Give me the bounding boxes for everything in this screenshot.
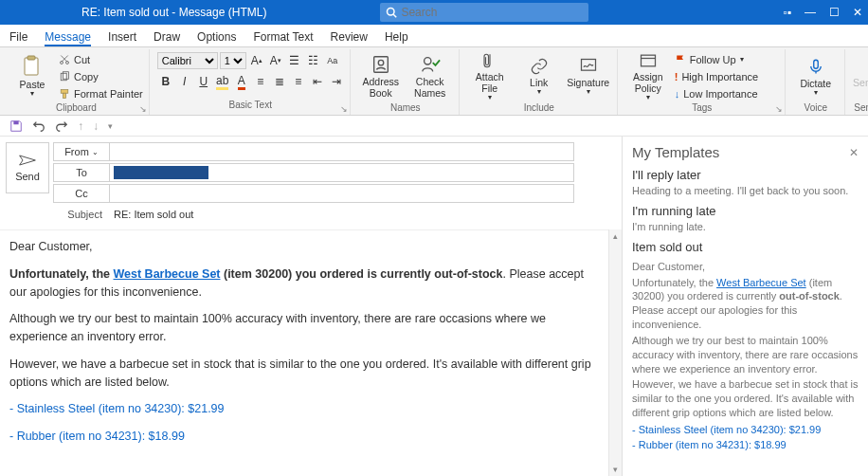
attach-file-button[interactable]: Attach File▾	[467, 51, 513, 102]
group-basic-text-label: Basic Text	[229, 100, 272, 113]
link-button[interactable]: Link▾	[516, 51, 562, 102]
message-body[interactable]: Dear Customer, Unfortunately, the West B…	[0, 229, 608, 448]
increase-indent-icon[interactable]: ⇥	[328, 73, 345, 90]
template-sold-out-p2: Although we try our best to maintain 100…	[632, 334, 859, 376]
clipboard-launcher-icon[interactable]: ↘	[139, 104, 147, 114]
search-box[interactable]	[380, 3, 588, 22]
close-icon[interactable]: ✕	[853, 6, 862, 19]
scroll-down-icon[interactable]: ▾	[613, 465, 618, 474]
panel-close-icon[interactable]: ✕	[849, 146, 859, 159]
change-case-icon[interactable]: Aa	[324, 52, 341, 69]
low-importance-button[interactable]: ↓Low Importance	[675, 85, 779, 101]
maximize-icon[interactable]: ☐	[829, 6, 840, 19]
undo-button[interactable]	[32, 119, 45, 133]
align-center-icon[interactable]: ≣	[271, 73, 288, 90]
template-item-sold-out[interactable]: Item sold out Dear Customer, Unfortunate…	[632, 240, 859, 450]
increase-font-icon[interactable]: A▴	[248, 52, 265, 69]
tab-options[interactable]: Options	[197, 28, 236, 46]
template-product-link[interactable]: West Barbecue Set	[716, 277, 806, 288]
tab-help[interactable]: Help	[385, 28, 408, 46]
paste-button[interactable]: Paste ▾	[9, 51, 55, 102]
copy-icon	[59, 71, 70, 82]
to-field[interactable]	[110, 163, 574, 182]
save-button[interactable]	[9, 119, 23, 133]
tab-message[interactable]: Message	[45, 28, 91, 46]
send-icon	[18, 154, 37, 167]
cc-field[interactable]	[110, 184, 574, 203]
assign-policy-button[interactable]: Assign Policy▾	[625, 51, 671, 102]
cut-icon	[59, 54, 70, 65]
scroll-up-icon[interactable]: ▴	[613, 231, 618, 241]
high-importance-button[interactable]: !High Importance	[675, 68, 779, 84]
dictate-icon	[807, 56, 824, 77]
svg-rect-11	[63, 93, 66, 98]
search-input[interactable]	[401, 6, 571, 19]
svg-rect-2	[25, 58, 38, 75]
body-scrollbar[interactable]: ▴ ▾	[608, 229, 622, 476]
dictate-button[interactable]: Dictate▾	[793, 51, 839, 102]
svg-point-13	[378, 61, 384, 65]
search-icon	[386, 7, 397, 18]
template-item-reply-later[interactable]: I'll reply later Heading to a meeting. I…	[632, 168, 859, 198]
group-tags: Assign Policy▾ Follow Up▾ !High Importan…	[620, 49, 786, 115]
flag-icon	[675, 54, 686, 65]
from-button[interactable]: From ⌄	[53, 142, 110, 161]
from-field[interactable]	[110, 142, 574, 161]
paste-icon	[23, 55, 42, 78]
redo-button[interactable]	[55, 119, 68, 133]
font-size-select[interactable]: 11	[220, 52, 246, 69]
ribbon: Paste ▾ Cut Copy Format Painter Clipboar…	[0, 47, 868, 116]
group-clipboard-label: Clipboard	[56, 102, 97, 113]
minimize-icon[interactable]: —	[805, 6, 816, 19]
to-button[interactable]: To	[53, 163, 110, 182]
italic-button[interactable]: I	[176, 73, 193, 90]
basic-text-launcher-icon[interactable]: ↘	[340, 104, 348, 114]
bullets-icon[interactable]: ☰	[286, 52, 303, 69]
copy-button[interactable]: Copy	[59, 68, 143, 84]
tab-format-text[interactable]: Format Text	[253, 28, 313, 46]
svg-rect-12	[373, 57, 388, 73]
send-button[interactable]: Send	[6, 142, 49, 193]
tab-review[interactable]: Review	[331, 28, 368, 46]
decrease-indent-icon[interactable]: ⇤	[309, 73, 326, 90]
tab-file[interactable]: File	[9, 28, 27, 46]
recipient-chip[interactable]	[114, 166, 208, 179]
template-item-running-late[interactable]: I'm running late I'm running late.	[632, 204, 859, 234]
group-include-label: Include	[524, 102, 554, 113]
tags-launcher-icon[interactable]: ↘	[775, 104, 783, 114]
panel-title: My Templates✕	[632, 144, 859, 160]
address-book-button[interactable]: Address Book	[358, 51, 404, 102]
undo-icon	[32, 119, 45, 133]
svg-rect-22	[13, 120, 18, 124]
previous-button[interactable]: ↑	[78, 119, 83, 133]
template-sold-out-opt1: - Stainless Steel (item no 34230): $21.9…	[632, 424, 859, 435]
next-button[interactable]: ↓	[93, 119, 99, 133]
align-left-icon[interactable]: ≡	[252, 73, 269, 90]
check-names-button[interactable]: Check Names	[407, 51, 453, 102]
font-color-icon[interactable]: A	[233, 73, 250, 90]
group-sensitivity: Sensitivity▾ Sensitivity	[847, 49, 868, 115]
sensitivity-button[interactable]: Sensitivity▾	[853, 51, 868, 102]
bold-button[interactable]: B	[157, 73, 174, 90]
qat-more-icon[interactable]: ▾	[108, 121, 113, 131]
align-right-icon[interactable]: ≡	[290, 73, 307, 90]
font-name-select[interactable]: Calibri	[157, 52, 218, 69]
svg-point-0	[388, 9, 395, 16]
signature-button[interactable]: Signature▾	[566, 51, 611, 102]
format-painter-button[interactable]: Format Painter	[59, 85, 143, 101]
highlight-icon[interactable]: ab	[214, 73, 231, 90]
quick-access-toolbar: ↑ ↓ ▾	[0, 116, 868, 137]
tab-draw[interactable]: Draw	[154, 28, 180, 46]
tab-insert[interactable]: Insert	[108, 28, 136, 46]
follow-up-button[interactable]: Follow Up▾	[675, 51, 779, 67]
product-link[interactable]: West Barbecue Set	[114, 267, 221, 281]
cut-button[interactable]: Cut	[59, 51, 143, 67]
decrease-font-icon[interactable]: A▾	[267, 52, 284, 69]
subject-field[interactable]: RE: Item sold out	[110, 209, 574, 220]
cc-button[interactable]: Cc	[53, 184, 110, 203]
svg-rect-3	[27, 56, 35, 60]
ribbon-options-icon[interactable]: ▫▪	[783, 6, 791, 19]
underline-button[interactable]: U	[195, 73, 212, 90]
template-sold-out-greeting: Dear Customer,	[632, 260, 859, 274]
numbering-icon[interactable]: ☷	[305, 52, 322, 69]
